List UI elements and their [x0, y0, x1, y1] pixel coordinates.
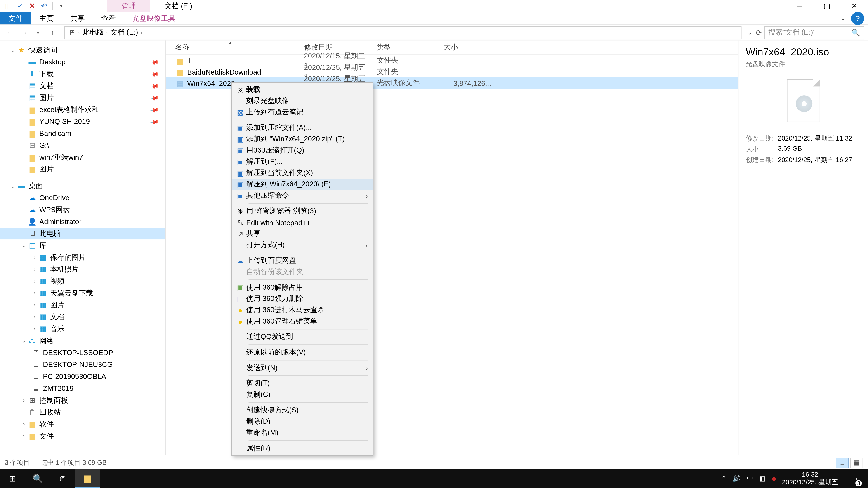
- action-center-button[interactable]: ▭3: [844, 469, 864, 488]
- tree-user[interactable]: ›👤Administrator: [0, 216, 165, 228]
- tree-folder[interactable]: ▆图片: [0, 163, 165, 175]
- menu-item[interactable]: 刻录光盘映像: [232, 95, 373, 107]
- tree-this-pc[interactable]: ›🖥此电脑: [0, 228, 165, 239]
- ribbon-tab-share[interactable]: 共享: [62, 12, 93, 24]
- nav-recent-dropdown[interactable]: ▾: [32, 30, 44, 35]
- taskbar-clock[interactable]: 16:32 2020/12/25, 星期五: [782, 471, 838, 486]
- tree-folder[interactable]: ▆win7重装win7: [0, 151, 165, 163]
- view-details-button[interactable]: ≡: [836, 457, 849, 468]
- menu-item[interactable]: ▣解压到 Win7x64_2020\ (E): [232, 179, 373, 190]
- taskbar[interactable]: ⊞ 🔍 ⎚ ▆ ⌃ 🔊 中 ◧ ◆ 16:32 2020/12/25, 星期五 …: [0, 469, 868, 488]
- menu-item[interactable]: ▩上传到有道云笔记: [232, 107, 373, 118]
- close-button[interactable]: ✕: [840, 0, 868, 12]
- ribbon-expand-icon[interactable]: ⌄: [836, 12, 851, 24]
- menu-item[interactable]: ▣使用 360解除占用: [232, 282, 373, 293]
- search-icon[interactable]: 🔍: [851, 28, 860, 37]
- menu-item[interactable]: 删除(D): [232, 416, 373, 427]
- tray-app-icon[interactable]: ◆: [771, 475, 776, 482]
- tree-net-pc[interactable]: 🖥ZMT2019: [0, 383, 165, 394]
- tree-lib-item[interactable]: ›▦图片: [0, 299, 165, 311]
- maximize-button[interactable]: ▢: [813, 0, 840, 12]
- menu-item[interactable]: 属性(R): [232, 443, 373, 454]
- menu-item[interactable]: ●使用 360管理右键菜单: [232, 316, 373, 327]
- view-icons-button[interactable]: ▦: [850, 457, 863, 468]
- taskbar-explorer[interactable]: ▆: [75, 469, 100, 488]
- menu-item[interactable]: 复制(C): [232, 389, 373, 400]
- menu-item[interactable]: 通过QQ发送到: [232, 331, 373, 343]
- menu-item[interactable]: 创建快捷方式(S): [232, 404, 373, 416]
- nav-up-button[interactable]: ↑: [46, 28, 59, 37]
- tray-ime-indicator[interactable]: 中: [747, 474, 753, 483]
- help-button[interactable]: ?: [851, 12, 864, 25]
- taskbar-search-button[interactable]: 🔍: [25, 469, 50, 488]
- menu-item[interactable]: ▣解压到当前文件夹(X): [232, 167, 373, 179]
- tree-documents[interactable]: ▤文档📌: [0, 80, 165, 92]
- breadcrumb[interactable]: 🖥 › 此电脑 › 文档 (E:) ›: [64, 26, 742, 39]
- tree-lib-item[interactable]: ›▦文档: [0, 311, 165, 323]
- menu-item[interactable]: ▣添加到 "Win7x64_2020.zip" (T): [232, 133, 373, 145]
- chevron-right-icon[interactable]: ›: [78, 30, 80, 35]
- ribbon-tab-disc-tools[interactable]: 光盘映像工具: [124, 12, 184, 24]
- qat-delete-icon[interactable]: ✕: [27, 1, 37, 11]
- nav-forward-button[interactable]: →: [18, 28, 30, 37]
- column-name[interactable]: 名称▴: [175, 42, 304, 53]
- tree-folder[interactable]: ›▆软件: [0, 418, 165, 430]
- chevron-right-icon[interactable]: ›: [141, 30, 142, 35]
- nav-tree[interactable]: ⌄★快速访问 ▬Desktop📌 ⬇下载📌 ▤文档📌 ▦图片📌 ▆excel表格…: [0, 40, 166, 455]
- menu-item[interactable]: ☁上传到百度网盘: [232, 255, 373, 266]
- tree-lib-item[interactable]: ›▦保存的图片: [0, 252, 165, 263]
- qat-undo-icon[interactable]: ↶: [39, 1, 49, 11]
- chevron-right-icon[interactable]: ›: [106, 30, 108, 35]
- tree-net-pc[interactable]: 🖥DESKTOP-LSSOEDP: [0, 347, 165, 359]
- tree-desktop-root[interactable]: ⌄▬桌面: [0, 180, 165, 192]
- menu-item[interactable]: 剪切(T): [232, 378, 373, 389]
- tree-folder[interactable]: ›▆文件: [0, 430, 165, 442]
- tree-quick-access[interactable]: ⌄★快速访问: [0, 44, 165, 56]
- menu-item[interactable]: ✳用 蜂蜜浏览器 浏览(3): [232, 205, 373, 217]
- menu-item[interactable]: 重命名(M): [232, 427, 373, 438]
- tree-onedrive[interactable]: ›☁OneDrive: [0, 192, 165, 204]
- context-menu[interactable]: ◎装载刻录光盘映像▩上传到有道云笔记▣添加到压缩文件(A)...▣添加到 "Wi…: [231, 82, 373, 456]
- qat-save-icon[interactable]: ✓: [16, 1, 25, 11]
- tree-net-pc[interactable]: 🖥PC-20190530OBLA: [0, 370, 165, 383]
- menu-item[interactable]: ●使用 360进行木马云查杀: [232, 304, 373, 316]
- tree-libraries[interactable]: ⌄▥库: [0, 239, 165, 252]
- tree-folder[interactable]: ▆Bandicam: [0, 127, 165, 139]
- menu-item[interactable]: ↗共享: [232, 228, 373, 239]
- tree-control-panel[interactable]: ›⊞控制面板: [0, 394, 165, 406]
- ribbon-tab-file[interactable]: 文件: [0, 12, 31, 24]
- start-button[interactable]: ⊞: [0, 469, 25, 488]
- tree-drive[interactable]: ⊟G:\: [0, 139, 165, 151]
- ribbon-tab-view[interactable]: 查看: [93, 12, 124, 24]
- qat-dropdown-icon[interactable]: ▾: [57, 1, 66, 11]
- column-date[interactable]: 修改日期: [304, 42, 377, 53]
- menu-item[interactable]: ▤使用 360强力删除: [232, 293, 373, 304]
- breadcrumb-root[interactable]: 此电脑: [82, 27, 104, 37]
- search-input[interactable]: 搜索"文档 (E:)" 🔍: [764, 26, 864, 39]
- tree-recycle[interactable]: 🗑回收站: [0, 406, 165, 418]
- contextual-tab-manage[interactable]: 管理: [107, 0, 150, 12]
- menu-item[interactable]: 打开方式(H)›: [232, 239, 373, 251]
- refresh-button[interactable]: ⟳: [756, 28, 762, 37]
- tray-app-icon[interactable]: ◧: [759, 475, 765, 482]
- tree-lib-item[interactable]: ›▦天翼云盘下载: [0, 287, 165, 299]
- column-headers[interactable]: 名称▴ 修改日期 类型 大小: [166, 40, 738, 55]
- tree-downloads[interactable]: ⬇下载📌: [0, 68, 165, 80]
- tree-lib-item[interactable]: ›▦视频: [0, 275, 165, 287]
- file-row[interactable]: ▆ BaiduNetdiskDownload 2020/12/25, 星期五 1…: [166, 66, 738, 77]
- task-view-button[interactable]: ⎚: [50, 469, 75, 488]
- tree-wps[interactable]: ›☁WPS网盘: [0, 204, 165, 216]
- menu-item[interactable]: ▣其他压缩命令›: [232, 190, 373, 201]
- nav-back-button[interactable]: ←: [4, 28, 16, 37]
- column-type[interactable]: 类型: [377, 42, 443, 53]
- menu-item[interactable]: 发送到(N)›: [232, 362, 373, 373]
- ribbon-tab-home[interactable]: 主页: [31, 12, 62, 24]
- tree-desktop[interactable]: ▬Desktop📌: [0, 56, 165, 68]
- tray-volume-icon[interactable]: 🔊: [733, 475, 741, 482]
- system-tray[interactable]: ⌃ 🔊 中 ◧ ◆ 16:32 2020/12/25, 星期五 ▭3: [721, 469, 868, 488]
- tree-pictures[interactable]: ▦图片📌: [0, 92, 165, 104]
- menu-item[interactable]: ▣用360压缩打开(Q): [232, 145, 373, 156]
- column-size[interactable]: 大小: [443, 42, 491, 53]
- file-row[interactable]: ▆ 1 2020/12/15, 星期二 1... 文件夹: [166, 55, 738, 66]
- menu-item[interactable]: 还原以前的版本(V): [232, 347, 373, 358]
